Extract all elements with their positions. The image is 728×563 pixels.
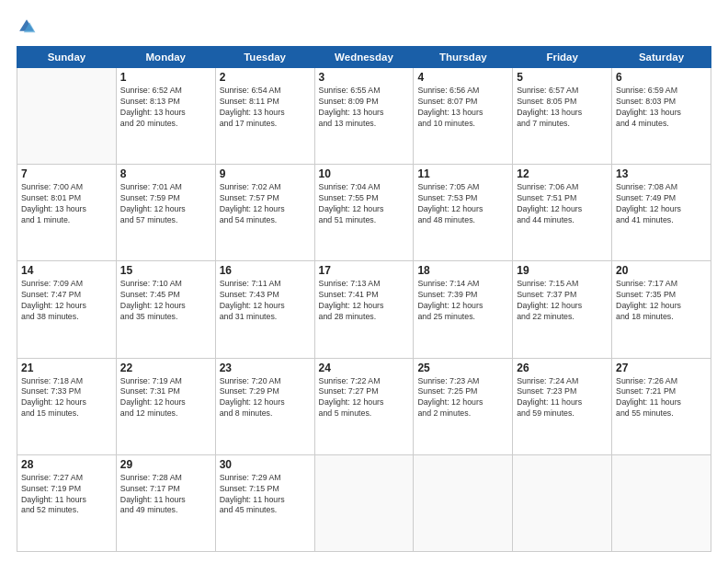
- calendar-cell: 23Sunrise: 7:20 AM Sunset: 7:29 PM Dayli…: [215, 358, 314, 454]
- calendar-cell: 5Sunrise: 6:57 AM Sunset: 8:05 PM Daylig…: [513, 68, 612, 165]
- day-number: 12: [517, 167, 608, 180]
- day-number: 13: [616, 167, 707, 180]
- calendar-cell: 12Sunrise: 7:06 AM Sunset: 7:51 PM Dayli…: [513, 165, 612, 261]
- day-info: Sunrise: 6:54 AM Sunset: 8:11 PM Dayligh…: [220, 86, 311, 130]
- day-number: 2: [220, 71, 311, 84]
- day-info: Sunrise: 7:04 AM Sunset: 7:55 PM Dayligh…: [319, 182, 410, 226]
- day-number: 28: [21, 458, 112, 471]
- day-info: Sunrise: 7:10 AM Sunset: 7:45 PM Dayligh…: [120, 279, 211, 323]
- day-number: 26: [517, 362, 608, 374]
- day-info: Sunrise: 7:23 AM Sunset: 7:25 PM Dayligh…: [417, 376, 508, 420]
- calendar-cell: 25Sunrise: 7:23 AM Sunset: 7:25 PM Dayli…: [414, 358, 513, 454]
- calendar-cell: 16Sunrise: 7:11 AM Sunset: 7:43 PM Dayli…: [215, 261, 314, 358]
- calendar-cell: 18Sunrise: 7:14 AM Sunset: 7:39 PM Dayli…: [414, 261, 513, 358]
- calendar-cell: [612, 454, 711, 551]
- calendar-cell: 30Sunrise: 7:29 AM Sunset: 7:15 PM Dayli…: [215, 454, 314, 551]
- calendar-cell: 8Sunrise: 7:01 AM Sunset: 7:59 PM Daylig…: [116, 165, 215, 261]
- day-number: 3: [319, 71, 410, 84]
- day-number: 8: [120, 167, 211, 180]
- calendar-cell: 29Sunrise: 7:28 AM Sunset: 7:17 PM Dayli…: [116, 454, 215, 551]
- calendar-page: SundayMondayTuesdayWednesdayThursdayFrid…: [0, 0, 728, 563]
- day-info: Sunrise: 7:19 AM Sunset: 7:31 PM Dayligh…: [120, 376, 211, 420]
- day-number: 18: [417, 264, 508, 277]
- day-info: Sunrise: 7:01 AM Sunset: 7:59 PM Dayligh…: [120, 182, 211, 226]
- calendar-cell: 17Sunrise: 7:13 AM Sunset: 7:41 PM Dayli…: [314, 261, 414, 358]
- day-info: Sunrise: 7:28 AM Sunset: 7:17 PM Dayligh…: [120, 473, 211, 517]
- calendar-cell: [17, 68, 117, 165]
- week-row-1: 1Sunrise: 6:52 AM Sunset: 8:13 PM Daylig…: [17, 68, 711, 165]
- day-number: 4: [417, 71, 508, 84]
- weekday-header-row: SundayMondayTuesdayWednesdayThursdayFrid…: [17, 47, 711, 68]
- logo-icon: [17, 17, 37, 37]
- day-info: Sunrise: 7:02 AM Sunset: 7:57 PM Dayligh…: [220, 182, 311, 226]
- day-number: 27: [616, 362, 707, 374]
- day-number: 19: [517, 264, 608, 277]
- day-info: Sunrise: 7:13 AM Sunset: 7:41 PM Dayligh…: [319, 279, 410, 323]
- day-info: Sunrise: 7:00 AM Sunset: 8:01 PM Dayligh…: [21, 182, 112, 226]
- calendar-cell: 19Sunrise: 7:15 AM Sunset: 7:37 PM Dayli…: [513, 261, 612, 358]
- day-info: Sunrise: 6:57 AM Sunset: 8:05 PM Dayligh…: [517, 86, 608, 130]
- day-number: 9: [220, 167, 311, 180]
- day-number: 21: [21, 362, 112, 374]
- day-info: Sunrise: 6:59 AM Sunset: 8:03 PM Dayligh…: [616, 86, 707, 130]
- calendar-cell: 20Sunrise: 7:17 AM Sunset: 7:35 PM Dayli…: [612, 261, 711, 358]
- day-number: 30: [220, 458, 311, 471]
- day-number: 22: [120, 362, 211, 374]
- calendar-cell: 10Sunrise: 7:04 AM Sunset: 7:55 PM Dayli…: [314, 165, 414, 261]
- calendar-cell: 15Sunrise: 7:10 AM Sunset: 7:45 PM Dayli…: [116, 261, 215, 358]
- day-number: 14: [21, 264, 112, 277]
- day-info: Sunrise: 7:14 AM Sunset: 7:39 PM Dayligh…: [417, 279, 508, 323]
- weekday-header-wednesday: Wednesday: [314, 47, 414, 68]
- day-info: Sunrise: 7:26 AM Sunset: 7:21 PM Dayligh…: [616, 376, 707, 420]
- day-number: 5: [517, 71, 608, 84]
- calendar-cell: 26Sunrise: 7:24 AM Sunset: 7:23 PM Dayli…: [513, 358, 612, 454]
- day-number: 20: [616, 264, 707, 277]
- calendar-cell: 6Sunrise: 6:59 AM Sunset: 8:03 PM Daylig…: [612, 68, 711, 165]
- week-row-5: 28Sunrise: 7:27 AM Sunset: 7:19 PM Dayli…: [17, 454, 711, 551]
- weekday-header-monday: Monday: [116, 47, 215, 68]
- calendar-cell: 13Sunrise: 7:08 AM Sunset: 7:49 PM Dayli…: [612, 165, 711, 261]
- week-row-2: 7Sunrise: 7:00 AM Sunset: 8:01 PM Daylig…: [17, 165, 711, 261]
- day-info: Sunrise: 7:09 AM Sunset: 7:47 PM Dayligh…: [21, 279, 112, 323]
- day-number: 17: [319, 264, 410, 277]
- calendar-cell: 27Sunrise: 7:26 AM Sunset: 7:21 PM Dayli…: [612, 358, 711, 454]
- day-number: 25: [417, 362, 508, 374]
- day-info: Sunrise: 7:08 AM Sunset: 7:49 PM Dayligh…: [616, 182, 707, 226]
- day-number: 29: [120, 458, 211, 471]
- weekday-header-saturday: Saturday: [612, 47, 711, 68]
- day-number: 16: [220, 264, 311, 277]
- day-info: Sunrise: 7:24 AM Sunset: 7:23 PM Dayligh…: [517, 376, 608, 420]
- calendar-cell: 21Sunrise: 7:18 AM Sunset: 7:33 PM Dayli…: [17, 358, 117, 454]
- calendar-cell: 22Sunrise: 7:19 AM Sunset: 7:31 PM Dayli…: [116, 358, 215, 454]
- calendar-cell: [314, 454, 414, 551]
- calendar-cell: 1Sunrise: 6:52 AM Sunset: 8:13 PM Daylig…: [116, 68, 215, 165]
- calendar-table: SundayMondayTuesdayWednesdayThursdayFrid…: [17, 46, 711, 552]
- day-info: Sunrise: 7:22 AM Sunset: 7:27 PM Dayligh…: [319, 376, 410, 420]
- calendar-cell: 11Sunrise: 7:05 AM Sunset: 7:53 PM Dayli…: [414, 165, 513, 261]
- weekday-header-tuesday: Tuesday: [215, 47, 314, 68]
- day-info: Sunrise: 6:52 AM Sunset: 8:13 PM Dayligh…: [120, 86, 211, 130]
- calendar-cell: 3Sunrise: 6:55 AM Sunset: 8:09 PM Daylig…: [314, 68, 414, 165]
- calendar-cell: 24Sunrise: 7:22 AM Sunset: 7:27 PM Dayli…: [314, 358, 414, 454]
- day-number: 1: [120, 71, 211, 84]
- day-info: Sunrise: 7:06 AM Sunset: 7:51 PM Dayligh…: [517, 182, 608, 226]
- weekday-header-friday: Friday: [513, 47, 612, 68]
- day-info: Sunrise: 6:55 AM Sunset: 8:09 PM Dayligh…: [319, 86, 410, 130]
- day-number: 10: [319, 167, 410, 180]
- header: [17, 17, 711, 37]
- calendar-cell: 9Sunrise: 7:02 AM Sunset: 7:57 PM Daylig…: [215, 165, 314, 261]
- logo: [17, 17, 39, 37]
- day-number: 7: [21, 167, 112, 180]
- day-info: Sunrise: 7:27 AM Sunset: 7:19 PM Dayligh…: [21, 473, 112, 517]
- calendar-cell: 4Sunrise: 6:56 AM Sunset: 8:07 PM Daylig…: [414, 68, 513, 165]
- calendar-cell: [414, 454, 513, 551]
- day-info: Sunrise: 7:29 AM Sunset: 7:15 PM Dayligh…: [220, 473, 311, 517]
- day-number: 15: [120, 264, 211, 277]
- calendar-cell: [513, 454, 612, 551]
- week-row-4: 21Sunrise: 7:18 AM Sunset: 7:33 PM Dayli…: [17, 358, 711, 454]
- day-number: 24: [319, 362, 410, 374]
- day-info: Sunrise: 7:11 AM Sunset: 7:43 PM Dayligh…: [220, 279, 311, 323]
- day-number: 11: [417, 167, 508, 180]
- day-info: Sunrise: 7:17 AM Sunset: 7:35 PM Dayligh…: [616, 279, 707, 323]
- day-info: Sunrise: 7:18 AM Sunset: 7:33 PM Dayligh…: [21, 376, 112, 420]
